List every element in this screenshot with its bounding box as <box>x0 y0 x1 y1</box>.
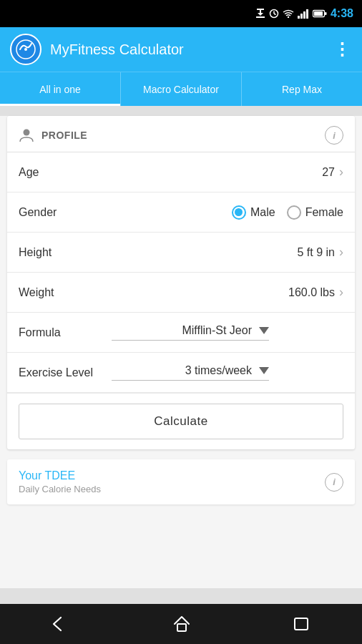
exercise-level-dropdown[interactable]: 3 times/week <box>112 364 269 381</box>
gender-options-container: Male Female <box>112 205 343 220</box>
male-radio-circle[interactable] <box>232 205 246 220</box>
age-value: 27 <box>322 166 335 179</box>
profile-info-button[interactable]: i <box>325 126 343 145</box>
status-time: 4:38 <box>331 7 353 20</box>
formula-row[interactable]: Formula Mifflin-St Jeor <box>7 313 355 353</box>
svg-point-17 <box>24 130 30 136</box>
battery-icon <box>313 9 327 18</box>
back-icon <box>51 616 71 632</box>
height-value: 5 ft 9 in <box>298 246 335 259</box>
gender-female-option[interactable]: Female <box>287 205 343 220</box>
gender-label: Gender <box>19 206 112 219</box>
svg-rect-13 <box>325 12 327 15</box>
svg-rect-11 <box>306 9 308 19</box>
gender-options: Male Female <box>232 205 343 220</box>
profile-person-icon <box>19 127 34 143</box>
profile-card: PROFILE i Age 27 › Gender <box>7 116 355 449</box>
tab-macro-calculator[interactable]: Macro Calculator <box>121 72 242 106</box>
profile-section-header: PROFILE i <box>7 116 355 152</box>
weight-value-container: 160.0 lbs › <box>112 285 343 300</box>
height-row[interactable]: Height 5 ft 9 in › <box>7 233 355 273</box>
home-icon <box>172 615 191 633</box>
tab-rep-max[interactable]: Rep Max <box>242 72 362 106</box>
svg-rect-9 <box>300 14 303 19</box>
svg-rect-10 <box>303 11 305 19</box>
gender-row: Gender Male Female <box>7 192 355 233</box>
calculate-row: Calculate <box>7 393 355 449</box>
app-title-text: MyFitness Calculator <box>50 42 325 58</box>
more-options-icon[interactable]: ⋮ <box>333 39 352 59</box>
weight-row[interactable]: Weight 160.0 lbs › <box>7 273 355 313</box>
clock-icon <box>269 9 279 19</box>
tdee-title: Your TDEE <box>19 469 101 482</box>
height-value-container: 5 ft 9 in › <box>112 245 343 260</box>
svg-rect-18 <box>177 624 186 631</box>
signal-icon <box>298 9 309 19</box>
svg-rect-8 <box>298 16 300 19</box>
tdee-info: Your TDEE Daily Calorie Needs <box>19 469 101 494</box>
svg-rect-3 <box>256 16 265 18</box>
home-button[interactable] <box>158 609 205 639</box>
exercise-level-label: Exercise Level <box>19 366 112 379</box>
recent-apps-button[interactable] <box>278 610 326 638</box>
female-radio-label: Female <box>305 206 343 219</box>
main-content: PROFILE i Age 27 › Gender <box>0 116 362 588</box>
weight-label: Weight <box>19 286 112 299</box>
gender-male-option[interactable]: Male <box>232 205 275 220</box>
svg-rect-14 <box>314 11 323 16</box>
exercise-level-row[interactable]: Exercise Level 3 times/week <box>7 353 355 393</box>
height-chevron-icon: › <box>339 245 343 260</box>
male-radio-label: Male <box>250 206 275 219</box>
status-icons: 4:38 <box>255 7 353 20</box>
weight-chevron-icon: › <box>339 285 343 300</box>
formula-dropdown[interactable]: Mifflin-St Jeor <box>112 324 269 341</box>
wifi-icon <box>283 9 294 18</box>
age-row[interactable]: Age 27 › <box>7 152 355 192</box>
height-label: Height <box>19 246 112 259</box>
male-radio-inner <box>235 208 243 216</box>
profile-section-title: PROFILE <box>41 130 87 141</box>
app-logo <box>10 34 41 65</box>
tdee-info-button[interactable]: i <box>325 473 343 492</box>
tdee-card: Your TDEE Daily Calorie Needs i <box>7 459 355 504</box>
female-radio-circle[interactable] <box>287 205 301 220</box>
formula-value: Mifflin-St Jeor <box>182 324 252 337</box>
svg-line-6 <box>274 14 276 15</box>
profile-header-left: PROFILE <box>19 127 87 143</box>
svg-marker-2 <box>258 13 263 16</box>
weight-value: 160.0 lbs <box>288 286 335 299</box>
app-bar: MyFitness Calculator ⋮ <box>0 27 362 72</box>
svg-point-7 <box>288 16 289 18</box>
tdee-subtitle: Daily Calorie Needs <box>19 484 101 494</box>
bottom-nav <box>0 604 362 644</box>
back-button[interactable] <box>36 610 85 638</box>
tab-all-in-one[interactable]: All in one <box>0 72 121 106</box>
svg-point-16 <box>24 48 27 51</box>
fitness-logo-icon <box>16 39 36 59</box>
age-value-container: 27 › <box>112 165 343 180</box>
exercise-level-dropdown-arrow-icon <box>259 367 269 374</box>
download-icon <box>255 9 265 19</box>
formula-dropdown-arrow-icon <box>259 327 269 334</box>
age-label: Age <box>19 166 112 179</box>
formula-label: Formula <box>19 326 112 339</box>
calculate-button[interactable]: Calculate <box>19 404 343 439</box>
age-chevron-icon: › <box>339 165 343 180</box>
tab-bar: All in one Macro Calculator Rep Max <box>0 72 362 106</box>
recent-apps-icon <box>293 616 311 632</box>
exercise-level-value: 3 times/week <box>185 364 252 377</box>
status-bar: 4:38 <box>0 0 362 27</box>
svg-rect-19 <box>295 618 308 630</box>
